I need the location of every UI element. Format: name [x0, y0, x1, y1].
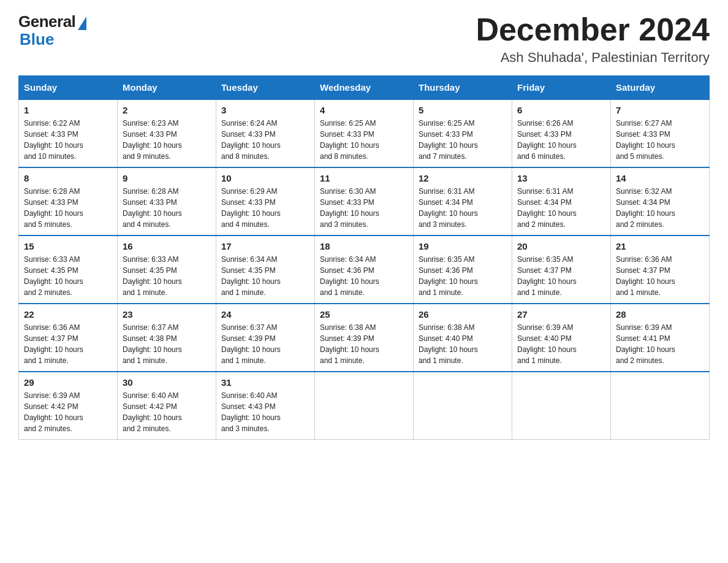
logo-blue-text: Blue [20, 30, 54, 49]
day-cell-14: 14 Sunrise: 6:32 AMSunset: 4:34 PMDaylig… [611, 167, 710, 236]
day-cell-23: 23 Sunrise: 6:37 AMSunset: 4:38 PMDaylig… [118, 304, 216, 372]
day-number: 27 [517, 309, 605, 320]
empty-cell-w4-d4 [414, 372, 512, 440]
day-info: Sunrise: 6:34 AMSunset: 4:36 PMDaylight:… [320, 255, 379, 297]
day-cell-4: 4 Sunrise: 6:25 AMSunset: 4:33 PMDayligh… [315, 99, 414, 167]
empty-cell-w4-d6 [611, 372, 710, 440]
day-cell-2: 2 Sunrise: 6:23 AMSunset: 4:33 PMDayligh… [118, 99, 216, 167]
day-info: Sunrise: 6:37 AMSunset: 4:38 PMDaylight:… [123, 323, 182, 365]
day-info: Sunrise: 6:37 AMSunset: 4:39 PMDaylight:… [221, 323, 281, 365]
day-info: Sunrise: 6:27 AMSunset: 4:33 PMDaylight:… [616, 119, 675, 161]
day-cell-9: 9 Sunrise: 6:28 AMSunset: 4:33 PMDayligh… [118, 167, 216, 236]
day-number: 4 [320, 105, 408, 115]
day-number: 7 [616, 105, 704, 115]
day-cell-21: 21 Sunrise: 6:36 AMSunset: 4:37 PMDaylig… [611, 236, 710, 304]
day-info: Sunrise: 6:39 AMSunset: 4:40 PMDaylight:… [517, 323, 577, 365]
day-cell-19: 19 Sunrise: 6:35 AMSunset: 4:36 PMDaylig… [414, 236, 512, 304]
day-cell-13: 13 Sunrise: 6:31 AMSunset: 4:34 PMDaylig… [512, 167, 611, 236]
day-info: Sunrise: 6:39 AMSunset: 4:42 PMDaylight:… [24, 391, 83, 433]
day-info: Sunrise: 6:40 AMSunset: 4:42 PMDaylight:… [123, 391, 182, 433]
empty-cell-w4-d3 [315, 372, 414, 440]
day-info: Sunrise: 6:28 AMSunset: 4:33 PMDaylight:… [24, 187, 83, 229]
calendar-table: Sunday Monday Tuesday Wednesday Thursday… [18, 75, 710, 440]
day-number: 17 [221, 241, 309, 251]
day-info: Sunrise: 6:29 AMSunset: 4:33 PMDaylight:… [221, 187, 281, 229]
header-thursday: Thursday [414, 76, 512, 100]
day-cell-28: 28 Sunrise: 6:39 AMSunset: 4:41 PMDaylig… [611, 304, 710, 372]
day-number: 2 [123, 105, 211, 115]
header-row: Sunday Monday Tuesday Wednesday Thursday… [19, 76, 710, 100]
week-row-4: 22 Sunrise: 6:36 AMSunset: 4:37 PMDaylig… [19, 304, 710, 372]
day-info: Sunrise: 6:25 AMSunset: 4:33 PMDaylight:… [320, 119, 379, 161]
day-number: 28 [616, 309, 704, 320]
logo-triangle-icon [78, 17, 86, 30]
day-info: Sunrise: 6:23 AMSunset: 4:33 PMDaylight:… [123, 119, 182, 161]
day-number: 13 [517, 173, 605, 183]
day-number: 9 [123, 173, 211, 183]
day-info: Sunrise: 6:38 AMSunset: 4:40 PMDaylight:… [419, 323, 478, 365]
calendar-header: Sunday Monday Tuesday Wednesday Thursday… [19, 76, 710, 100]
day-info: Sunrise: 6:24 AMSunset: 4:33 PMDaylight:… [221, 119, 281, 161]
day-number: 10 [221, 173, 309, 183]
week-row-1: 1 Sunrise: 6:22 AMSunset: 4:33 PMDayligh… [19, 99, 710, 167]
day-number: 6 [517, 105, 605, 115]
day-cell-10: 10 Sunrise: 6:29 AMSunset: 4:33 PMDaylig… [216, 167, 315, 236]
day-cell-3: 3 Sunrise: 6:24 AMSunset: 4:33 PMDayligh… [216, 99, 315, 167]
day-info: Sunrise: 6:35 AMSunset: 4:37 PMDaylight:… [517, 255, 577, 297]
day-cell-24: 24 Sunrise: 6:37 AMSunset: 4:39 PMDaylig… [216, 304, 315, 372]
header-tuesday: Tuesday [216, 76, 315, 100]
day-number: 18 [320, 241, 408, 251]
month-title: December 2024 [476, 12, 710, 47]
day-cell-20: 20 Sunrise: 6:35 AMSunset: 4:37 PMDaylig… [512, 236, 611, 304]
day-info: Sunrise: 6:36 AMSunset: 4:37 PMDaylight:… [24, 323, 83, 365]
day-info: Sunrise: 6:36 AMSunset: 4:37 PMDaylight:… [616, 255, 675, 297]
day-cell-25: 25 Sunrise: 6:38 AMSunset: 4:39 PMDaylig… [315, 304, 414, 372]
day-cell-12: 12 Sunrise: 6:31 AMSunset: 4:34 PMDaylig… [414, 167, 512, 236]
day-cell-31: 31 Sunrise: 6:40 AMSunset: 4:43 PMDaylig… [216, 372, 315, 440]
day-cell-30: 30 Sunrise: 6:40 AMSunset: 4:42 PMDaylig… [118, 372, 216, 440]
day-info: Sunrise: 6:40 AMSunset: 4:43 PMDaylight:… [221, 391, 281, 433]
day-cell-15: 15 Sunrise: 6:33 AMSunset: 4:35 PMDaylig… [19, 236, 118, 304]
day-info: Sunrise: 6:39 AMSunset: 4:41 PMDaylight:… [616, 323, 675, 365]
day-number: 24 [221, 309, 309, 320]
header-saturday: Saturday [611, 76, 710, 100]
day-info: Sunrise: 6:32 AMSunset: 4:34 PMDaylight:… [616, 187, 675, 229]
day-cell-5: 5 Sunrise: 6:25 AMSunset: 4:33 PMDayligh… [414, 99, 512, 167]
day-info: Sunrise: 6:28 AMSunset: 4:33 PMDaylight:… [123, 187, 182, 229]
empty-cell-w4-d5 [512, 372, 611, 440]
day-cell-1: 1 Sunrise: 6:22 AMSunset: 4:33 PMDayligh… [19, 99, 118, 167]
day-info: Sunrise: 6:31 AMSunset: 4:34 PMDaylight:… [419, 187, 478, 229]
calendar-body: 1 Sunrise: 6:22 AMSunset: 4:33 PMDayligh… [19, 99, 710, 440]
day-cell-29: 29 Sunrise: 6:39 AMSunset: 4:42 PMDaylig… [19, 372, 118, 440]
title-block: December 2024 Ash Shuhada', Palestinian … [476, 12, 710, 66]
day-number: 12 [419, 173, 507, 183]
day-cell-7: 7 Sunrise: 6:27 AMSunset: 4:33 PMDayligh… [611, 99, 710, 167]
day-number: 21 [616, 241, 704, 251]
day-number: 3 [221, 105, 309, 115]
day-cell-17: 17 Sunrise: 6:34 AMSunset: 4:35 PMDaylig… [216, 236, 315, 304]
day-cell-22: 22 Sunrise: 6:36 AMSunset: 4:37 PMDaylig… [19, 304, 118, 372]
header-friday: Friday [512, 76, 611, 100]
day-cell-27: 27 Sunrise: 6:39 AMSunset: 4:40 PMDaylig… [512, 304, 611, 372]
header-wednesday: Wednesday [315, 76, 414, 100]
day-number: 23 [123, 309, 211, 320]
week-row-5: 29 Sunrise: 6:39 AMSunset: 4:42 PMDaylig… [19, 372, 710, 440]
day-info: Sunrise: 6:26 AMSunset: 4:33 PMDaylight:… [517, 119, 577, 161]
day-number: 30 [123, 377, 211, 388]
day-info: Sunrise: 6:30 AMSunset: 4:33 PMDaylight:… [320, 187, 379, 229]
logo-general-text: General [18, 12, 75, 31]
header-monday: Monday [118, 76, 216, 100]
logo: General Blue [18, 12, 86, 49]
day-info: Sunrise: 6:33 AMSunset: 4:35 PMDaylight:… [123, 255, 182, 297]
day-number: 5 [419, 105, 507, 115]
day-cell-26: 26 Sunrise: 6:38 AMSunset: 4:40 PMDaylig… [414, 304, 512, 372]
week-row-3: 15 Sunrise: 6:33 AMSunset: 4:35 PMDaylig… [19, 236, 710, 304]
day-number: 31 [221, 377, 309, 388]
day-number: 16 [123, 241, 211, 251]
day-cell-6: 6 Sunrise: 6:26 AMSunset: 4:33 PMDayligh… [512, 99, 611, 167]
header-sunday: Sunday [19, 76, 118, 100]
day-number: 14 [616, 173, 704, 183]
day-info: Sunrise: 6:38 AMSunset: 4:39 PMDaylight:… [320, 323, 379, 365]
day-info: Sunrise: 6:33 AMSunset: 4:35 PMDaylight:… [24, 255, 83, 297]
day-cell-16: 16 Sunrise: 6:33 AMSunset: 4:35 PMDaylig… [118, 236, 216, 304]
